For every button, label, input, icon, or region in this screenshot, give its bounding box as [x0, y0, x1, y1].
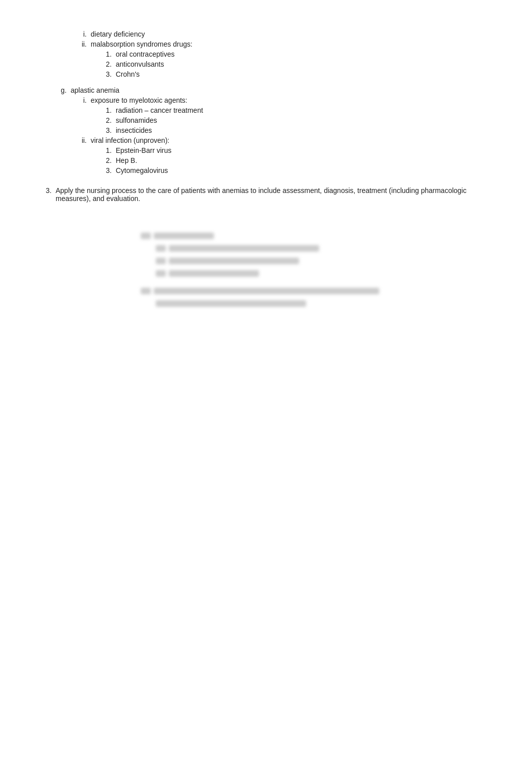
decimal-label-1: 1.: [101, 50, 116, 58]
decimal-label-3: 3.: [101, 70, 116, 78]
roman-label-ii-viral: ii.: [71, 136, 91, 144]
list-item-ii-viral: ii. viral infection (unproven):: [41, 136, 491, 144]
numbered-label-3: 3.: [41, 186, 56, 203]
decimal-label-1-radiation: 1.: [101, 106, 116, 114]
decimal-label-3-insecticides: 3.: [101, 126, 116, 134]
list-item-2-hep: 2. Hep B.: [41, 156, 491, 164]
list-item-3-cytomega: 3. Cytomegalovirus: [41, 166, 491, 174]
list-text-malabsorption: malabsorption syndromes drugs:: [91, 40, 192, 48]
list-item-i-dietary: i. dietary deficiency: [41, 30, 491, 38]
list-item-i-exposure: i. exposure to myelotoxic agents:: [41, 96, 491, 104]
decimal-text-insecticides: insecticides: [116, 126, 152, 134]
numbered-item-3: 3. Apply the nursing process to the care…: [41, 186, 491, 203]
list-text-dietary: dietary deficiency: [91, 30, 145, 38]
decimal-label-2: 2.: [101, 60, 116, 68]
alpha-text-aplastic: aplastic anemia: [71, 86, 119, 94]
list-item-3-insecticides: 3. insecticides: [41, 126, 491, 134]
roman-label-i-exposure: i.: [71, 96, 91, 104]
list-item-1-epstein: 1. Epstein-Barr virus: [41, 146, 491, 154]
decimal-label-2-sulfonamides: 2.: [101, 116, 116, 124]
decimal-label-1-epstein: 1.: [101, 146, 116, 154]
decimal-text-oral: oral contraceptives: [116, 50, 175, 58]
decimal-text-crohns: Crohn's: [116, 70, 140, 78]
decimal-text-cytomega: Cytomegalovirus: [116, 166, 168, 174]
roman-text-viral: viral infection (unproven):: [91, 136, 169, 144]
list-item-1-radiation: 1. radiation – cancer treatment: [41, 106, 491, 114]
list-item-g-aplastic: g. aplastic anemia: [41, 86, 491, 94]
numbered-text-3: Apply the nursing process to the care of…: [56, 186, 491, 203]
document-content: i. dietary deficiency ii. malabsorption …: [41, 20, 491, 323]
decimal-text-hep: Hep B.: [116, 156, 137, 164]
roman-text-exposure: exposure to myelotoxic agents:: [91, 96, 187, 104]
decimal-label-2-hep: 2.: [101, 156, 116, 164]
list-label-ii: ii.: [71, 40, 91, 48]
list-label-i: i.: [71, 30, 91, 38]
blurred-content: [41, 233, 491, 310]
list-item-2-sulfonamides: 2. sulfonamides: [41, 116, 491, 124]
list-item-1-oral: 1. oral contraceptives: [41, 50, 491, 58]
decimal-label-3-cytomega: 3.: [101, 166, 116, 174]
list-item-2-anticonvulsants: 2. anticonvulsants: [41, 60, 491, 68]
list-item-ii-malabsorption: ii. malabsorption syndromes drugs:: [41, 40, 491, 48]
alpha-label-g: g.: [51, 86, 71, 94]
decimal-text-radiation: radiation – cancer treatment: [116, 106, 203, 114]
decimal-text-epstein: Epstein-Barr virus: [116, 146, 171, 154]
decimal-text-anticonvulsants: anticonvulsants: [116, 60, 164, 68]
list-item-3-crohns: 3. Crohn's: [41, 70, 491, 78]
decimal-text-sulfonamides: sulfonamides: [116, 116, 157, 124]
